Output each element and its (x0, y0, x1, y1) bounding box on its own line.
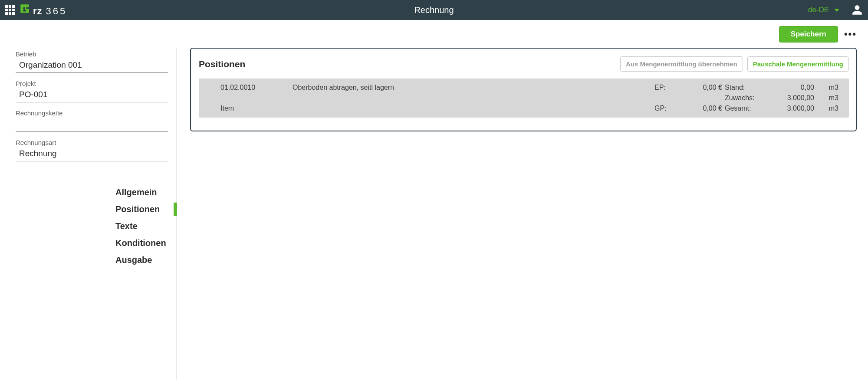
field-projekt: Projekt (16, 80, 168, 102)
btn-from-qty[interactable]: Aus Mengenermittlung übernehmen (620, 56, 743, 72)
input-rechnungskette[interactable] (16, 118, 168, 132)
apps-grid-icon[interactable] (5, 5, 15, 15)
pos-gesamt-value: 3.000,00 (771, 105, 814, 112)
pos-zuwachs-label: Zuwachs: (725, 94, 768, 102)
logo-365-text: 365 (46, 6, 67, 17)
toolbar: Speichern ••• (0, 20, 868, 48)
panel-header: Positionen Aus Mengenermittlung übernehm… (199, 56, 849, 72)
input-projekt[interactable] (16, 88, 168, 102)
save-button[interactable]: Speichern (779, 26, 838, 43)
position-row[interactable]: 01.02.0010 Oberboden abtragen, seitl lag… (199, 79, 849, 118)
tab-positionen[interactable]: Positionen (115, 201, 168, 218)
pos-stand-label: Stand: (725, 84, 768, 92)
locale-picker[interactable]: de-DE (808, 6, 839, 14)
main: Positionen Aus Mengenermittlung übernehm… (177, 48, 868, 380)
pos-unit-3: m3 (817, 105, 838, 112)
tab-allgemein[interactable]: Allgemein (115, 184, 168, 201)
app-header: rz 365 Rechnung de-DE (0, 0, 868, 20)
input-rechnungsart[interactable] (16, 147, 168, 161)
field-betrieb: Betrieb (16, 50, 168, 73)
panel-title: Positionen (199, 59, 616, 69)
header-left: rz 365 (5, 3, 67, 17)
logo-g (19, 3, 30, 14)
more-icon[interactable]: ••• (844, 29, 857, 39)
pos-description: Oberboden abtragen, seitl lagern (293, 84, 652, 92)
tab-texte[interactable]: Texte (115, 218, 168, 235)
pos-ep-label: EP: (654, 84, 676, 92)
locale-label: de-DE (808, 6, 829, 14)
input-betrieb[interactable] (16, 59, 168, 73)
field-label-betrieb: Betrieb (16, 50, 168, 58)
pos-gp-value: 0,00 € (679, 105, 722, 112)
btn-pauschal[interactable]: Pauschale Mengenermittlung (747, 56, 849, 72)
pos-zuwachs-value: 3.000,00 (771, 94, 814, 102)
positions-panel: Positionen Aus Mengenermittlung übernehm… (190, 48, 857, 131)
field-rechnungsart: Rechnungsart (16, 139, 168, 161)
chevron-down-icon (834, 9, 839, 12)
pos-unit-2: m3 (817, 94, 838, 102)
field-label-projekt: Projekt (16, 80, 168, 87)
user-icon[interactable] (852, 4, 863, 16)
field-label-rechnungskette: Rechnungskette (16, 109, 168, 117)
tab-ausgabe[interactable]: Ausgabe (115, 252, 168, 269)
pos-gp-label: GP: (654, 105, 676, 112)
header-right: de-DE (808, 4, 863, 16)
pos-ep-value: 0,00 € (679, 84, 722, 92)
tab-konditionen[interactable]: Konditionen (115, 235, 168, 252)
page-title: Rechnung (414, 5, 454, 15)
logo-rz-text: rz (33, 6, 43, 17)
content: Betrieb Projekt Rechnungskette Rechnungs… (0, 48, 868, 380)
field-label-rechnungsart: Rechnungsart (16, 139, 168, 146)
sidebar: Betrieb Projekt Rechnungskette Rechnungs… (0, 48, 177, 380)
field-rechnungskette: Rechnungskette (16, 109, 168, 132)
pos-unit-1: m3 (817, 84, 838, 92)
app-logo[interactable]: rz 365 (19, 3, 67, 17)
pos-stand-value: 0,00 (771, 84, 814, 92)
sidebar-tabs: Allgemein Positionen Texte Konditionen A… (16, 184, 168, 269)
pos-item-label: Item (220, 105, 290, 112)
pos-code: 01.02.0010 (220, 84, 290, 92)
pos-gesamt-label: Gesamt: (725, 105, 768, 112)
